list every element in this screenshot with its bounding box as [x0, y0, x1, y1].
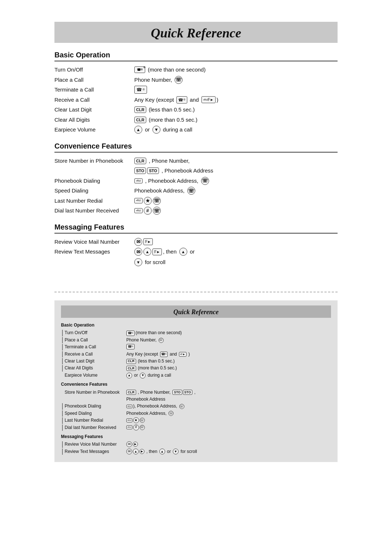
- card-label-place-call: Place a Call: [61, 337, 126, 343]
- bottom-card: Quick Reference Basic Operation Turn On/…: [54, 300, 338, 462]
- row-voicemail: Review Voice Mail Number ✉ F►: [54, 238, 338, 246]
- basic-operation-section: Basic Operation Turn On/Off ☎® (more tha…: [54, 51, 338, 134]
- card-send-redial: ☏: [140, 418, 145, 423]
- mail-key-txt: ✉: [134, 248, 142, 256]
- send-redial-key: ☏: [153, 197, 161, 205]
- card-vol-up: ▲: [126, 373, 132, 378]
- row-earpiece: Earpiece Volume ▲ or ▼ during a call: [54, 126, 338, 134]
- card-row-earpiece: Earpiece Volume ▲ or ▼ during a call: [61, 372, 331, 378]
- hash-key: #: [144, 207, 152, 215]
- main-title-bar: Quick Reference: [54, 22, 338, 43]
- card-star-redial: ★: [133, 417, 139, 423]
- card-label-voicemail: Review Voice Mail Number: [61, 441, 126, 447]
- card-label-receive: Receive a Call: [61, 351, 126, 357]
- value-store-phonebook: CLR , Phone Number,: [134, 157, 338, 165]
- card-value-terminate: ☎®: [126, 344, 331, 349]
- value-clear-last: CLR (less than 0.5 sec.): [134, 106, 338, 114]
- card-value-voicemail: ✉ ►: [126, 441, 331, 447]
- row-phonebook-dial: Phonebook Dialing •Rcl , Phonebook Addre…: [54, 177, 338, 185]
- vol-up-key: ▲: [134, 126, 142, 134]
- value-terminate-call: ☎®: [134, 86, 338, 94]
- card-pwr-key: ☎®: [126, 331, 135, 336]
- messaging-heading: Messaging Features: [54, 223, 338, 234]
- card-row-speed: Speed Dialing Phonebook Address, ☏: [61, 410, 331, 417]
- card-value-clear-all: CLR (more than 0.5 sec.): [126, 365, 331, 371]
- row-terminate-call: Terminate a Call ☎®: [54, 86, 338, 94]
- up-key-txt: ▲: [143, 248, 151, 256]
- row-dial-last-received: Dial last Number Received •Rcl # ☏: [54, 207, 338, 215]
- value-store-phonebook-2: STO STO , Phonebook Address: [134, 167, 338, 175]
- card-vol-down: ▼: [140, 373, 146, 378]
- card-rcl-received: •Rcl: [126, 425, 132, 429]
- value-speed-dial: Phonebook Address, ☏: [134, 187, 338, 195]
- card-sto2: STO: [183, 390, 192, 395]
- star-key: ★: [144, 197, 152, 205]
- label-terminate-call: Terminate a Call: [54, 86, 134, 94]
- card-send-sd: ☏: [168, 411, 173, 416]
- clr-key-all: CLR: [134, 117, 146, 123]
- card-clr-store: CLR: [126, 390, 136, 395]
- clr-store-key: CLR: [134, 158, 146, 164]
- card-value-redial: •Rcl ★ ☏: [126, 417, 331, 423]
- card-value-earpiece: ▲ or ▼ during a call: [126, 372, 331, 378]
- card-hash-received: #: [133, 425, 139, 430]
- card-label-clear-last: Clear Last Digit: [61, 358, 126, 364]
- card-rcl-pb: •Rcl: [126, 405, 132, 409]
- rcl-key-received: •Rcl: [134, 208, 143, 214]
- value-clear-all: CLR (more than 0.5 sec.): [134, 116, 338, 124]
- label-receive-call: Receive a Call: [54, 96, 134, 104]
- card-label-speed: Speed Dialing: [61, 410, 126, 417]
- section-divider: [54, 292, 338, 292]
- card-value-clear-last: CLR (less than 0.5 sec.): [126, 358, 331, 364]
- card-messaging-heading: Messaging Features: [61, 434, 331, 440]
- card-row-received: Dial last Number Received •Rcl # ☏: [61, 425, 331, 431]
- card-value-place-call: Phone Number, ☏: [126, 337, 331, 343]
- card-send-pb: ☏: [179, 404, 184, 409]
- mail-key-vm: ✉: [134, 238, 142, 246]
- card-clr-last: CLR: [126, 359, 136, 364]
- top-section: Quick Reference Basic Operation Turn On/…: [54, 22, 338, 281]
- clr-key-last: CLR: [134, 106, 146, 113]
- label-store-phonebook: Store Number in Phonebook: [54, 157, 134, 165]
- value-receive-call: Any Key (except ☎® and •RclF► ): [134, 96, 338, 104]
- card-row-terminate: Terminate a Call ☎®: [61, 344, 331, 350]
- card-end-key: ☎®: [126, 344, 135, 349]
- row-clear-all: Clear All Digits CLR (more than 0.5 sec.…: [54, 116, 338, 124]
- label-speed-dial: Speed Dialing: [54, 187, 134, 195]
- send-key: ☏: [175, 76, 183, 84]
- send-sd-key: ☏: [187, 187, 195, 195]
- send-received-key: ☏: [153, 207, 161, 215]
- row-last-redial: Last Number Redial •Rcl ★ ☏: [54, 197, 338, 205]
- rcl-key-pb: •Rcl: [134, 178, 143, 184]
- card-value-text-msg: ✉ ▲ ► , then ▲ or ▼ for scroll: [126, 449, 331, 455]
- card-mail-txt: ✉: [126, 449, 132, 454]
- messaging-section: Messaging Features Review Voice Mail Num…: [54, 223, 338, 267]
- card-value-pb-dial: •Rcl ), Phonebook Address, ☏: [126, 403, 331, 409]
- fwd-key-vm: F►: [143, 238, 153, 245]
- card-sto1: STO: [172, 390, 182, 395]
- row-clear-last: Clear Last Digit CLR (less than 0.5 sec.…: [54, 106, 338, 114]
- card-send-received: ☏: [140, 425, 145, 430]
- row-place-call: Place a Call Phone Number, ☏: [54, 76, 338, 84]
- card-mail-vm: ✉: [126, 441, 132, 447]
- vol-down-key: ▼: [152, 126, 160, 134]
- scroll-up-key: ▲: [179, 248, 187, 256]
- card-up-txt: ▲: [133, 449, 139, 454]
- card-value-store-pb-2: Phonebook Address: [126, 396, 331, 402]
- basic-operation-heading: Basic Operation: [54, 51, 338, 61]
- card-row-pb-dial: Phonebook Dialing •Rcl ), Phonebook Addr…: [61, 403, 331, 409]
- label-last-redial: Last Number Redial: [54, 197, 134, 205]
- sto-key1: STO: [134, 167, 146, 174]
- card-row-clear-last: Clear Last Digit CLR (less than 0.5 sec.…: [61, 358, 331, 364]
- card-label-turn-onoff: Turn On/Off: [61, 330, 126, 336]
- card-send-key: ☏: [159, 338, 164, 343]
- power-key: ☎®: [134, 66, 145, 73]
- scroll-down-key: ▼: [134, 258, 142, 266]
- convenience-section: Convenience Features Store Number in Pho…: [54, 142, 338, 215]
- card-value-receive: Any Key (except ☎® and •F► ): [126, 351, 331, 357]
- value-text-msg: ✉ ▲ F► , then ▲ or ▼ for scroll: [134, 248, 338, 266]
- card-row-receive: Receive a Call Any Key (except ☎® and •F…: [61, 351, 331, 357]
- end-key: ☎®: [134, 86, 147, 94]
- label-text-msg: Review Text Messages: [54, 248, 134, 256]
- card-messaging-section: Messaging Features Review Voice Mail Num…: [61, 434, 331, 455]
